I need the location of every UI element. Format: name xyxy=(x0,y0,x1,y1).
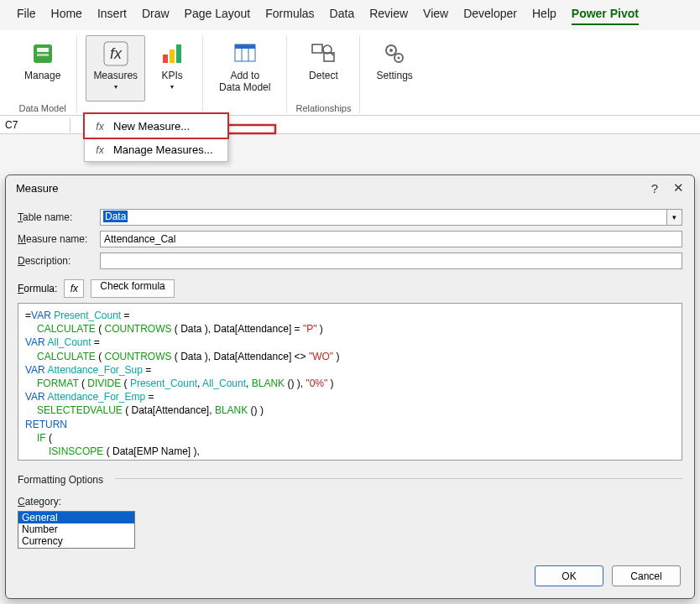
ribbon-tabs: File Home Insert Draw Page Layout Formul… xyxy=(0,0,700,30)
tab-developer[interactable]: Developer xyxy=(463,7,517,25)
svg-rect-1 xyxy=(37,48,49,52)
category-item-number[interactable]: Number xyxy=(18,523,134,535)
svg-rect-9 xyxy=(235,44,255,49)
svg-text:fx: fx xyxy=(110,45,123,62)
tab-pagelayout[interactable]: Page Layout xyxy=(185,7,251,25)
tab-data[interactable]: Data xyxy=(330,7,355,25)
kpis-label: KPIs xyxy=(161,70,182,81)
detect-label: Detect xyxy=(309,70,338,81)
ribgroup-rel-label: Relationships xyxy=(295,103,351,113)
tablename-label: Table name: xyxy=(18,211,100,223)
svg-rect-2 xyxy=(37,54,49,56)
svg-rect-7 xyxy=(176,44,181,63)
svg-rect-6 xyxy=(170,49,175,63)
measure-dialog: Measure ? ✕ Table name: Data ▾ Measure n… xyxy=(5,174,695,599)
manage-button[interactable]: Manage xyxy=(17,35,68,102)
tab-home[interactable]: Home xyxy=(51,7,82,25)
measures-dropdown: fx New Measure... fx Manage Measures... xyxy=(84,113,228,162)
detect-icon xyxy=(309,39,337,68)
settings-button[interactable]: Settings xyxy=(368,35,420,102)
svg-text:fx: fx xyxy=(96,144,104,156)
dialog-title: Measure xyxy=(16,182,59,195)
svg-point-19 xyxy=(398,57,400,60)
svg-text:fx: fx xyxy=(96,121,104,133)
ribgroup-tables: Add to Data Model Tables xyxy=(203,35,287,113)
divider xyxy=(115,478,682,479)
name-box[interactable]: C7 xyxy=(0,117,71,133)
ribgroup-datamodel: Manage Data Model xyxy=(8,35,77,113)
measures-button[interactable]: fx Measures ▾ xyxy=(86,35,145,102)
chevron-down-icon: ▾ xyxy=(114,83,118,91)
description-input[interactable] xyxy=(100,253,682,269)
datamodel-icon xyxy=(29,39,57,68)
tab-review[interactable]: Review xyxy=(369,7,408,25)
chevron-down-icon: ▾ xyxy=(170,83,174,91)
ribgroup-datamodel-label: Data Model xyxy=(19,103,66,113)
chevron-down-icon[interactable]: ▾ xyxy=(667,209,682,226)
fx-icon: fx xyxy=(102,39,130,68)
tab-view[interactable]: View xyxy=(423,7,448,25)
tab-powerpivot[interactable]: Power Pivot xyxy=(572,7,639,25)
cancel-button[interactable]: Cancel xyxy=(612,565,681,586)
ribbon-body: Manage Data Model fx Measures ▾ KPIs ▾ C… xyxy=(0,30,700,116)
tab-help[interactable]: Help xyxy=(532,7,556,25)
formatting-label: Formatting Options xyxy=(18,474,103,486)
formula-label: Formula: xyxy=(18,283,57,294)
tablename-select[interactable]: Data ▾ xyxy=(100,209,682,226)
settings-label: Settings xyxy=(376,70,412,81)
tab-file[interactable]: File xyxy=(17,7,36,25)
category-item-general[interactable]: General xyxy=(18,512,134,523)
tab-draw[interactable]: Draw xyxy=(142,7,170,25)
ok-button[interactable]: OK xyxy=(535,565,603,586)
dialog-titlebar[interactable]: Measure ? ✕ xyxy=(6,175,694,200)
fx-small-icon: fx xyxy=(93,119,107,133)
tab-insert[interactable]: Insert xyxy=(97,7,127,25)
measurename-input[interactable] xyxy=(100,231,682,247)
kpis-button[interactable]: KPIs ▾ xyxy=(150,35,194,102)
tab-formulas[interactable]: Formulas xyxy=(265,7,314,25)
table-icon xyxy=(231,39,259,68)
description-label: Description: xyxy=(18,255,100,267)
gear-icon xyxy=(380,39,409,68)
category-list[interactable]: General Number Currency xyxy=(18,511,135,549)
new-measure-label: New Measure... xyxy=(113,120,190,133)
kpi-icon xyxy=(158,39,186,68)
help-button[interactable]: ? xyxy=(651,181,658,195)
close-button[interactable]: ✕ xyxy=(673,180,684,195)
ribgroup-settings: Settings xyxy=(360,35,428,113)
measures-label: Measures xyxy=(93,70,138,81)
addtomodel-button[interactable]: Add to Data Model xyxy=(212,35,278,102)
detect-button[interactable]: Detect xyxy=(301,35,346,102)
formula-editor[interactable]: =VAR Present_Count = CALCULATE ( COUNTRO… xyxy=(18,303,682,461)
category-item-currency[interactable]: Currency xyxy=(18,535,134,547)
tablename-highlight: Data xyxy=(103,211,128,222)
category-label: Category: xyxy=(18,496,682,508)
check-formula-button[interactable]: Check formula xyxy=(91,279,174,298)
svg-point-18 xyxy=(389,49,393,52)
measurename-label: Measure name: xyxy=(18,233,100,245)
ribgroup-calculations: fx Measures ▾ KPIs ▾ Calculations xyxy=(77,35,203,113)
tablename-input[interactable] xyxy=(100,209,667,226)
manage-measures-item[interactable]: fx Manage Measures... xyxy=(85,138,227,161)
ribgroup-relationships: Detect Relationships xyxy=(287,35,360,113)
ribgroup-settings-label xyxy=(394,103,396,113)
new-measure-item[interactable]: fx New Measure... xyxy=(85,114,227,138)
svg-rect-12 xyxy=(312,44,322,53)
svg-rect-5 xyxy=(163,55,168,63)
fx-list-icon: fx xyxy=(93,143,107,156)
addtomodel-label: Add to Data Model xyxy=(219,70,270,93)
manage-measures-label: Manage Measures... xyxy=(113,143,213,156)
manage-label: Manage xyxy=(24,70,60,81)
fx-button[interactable]: fx xyxy=(64,279,84,298)
